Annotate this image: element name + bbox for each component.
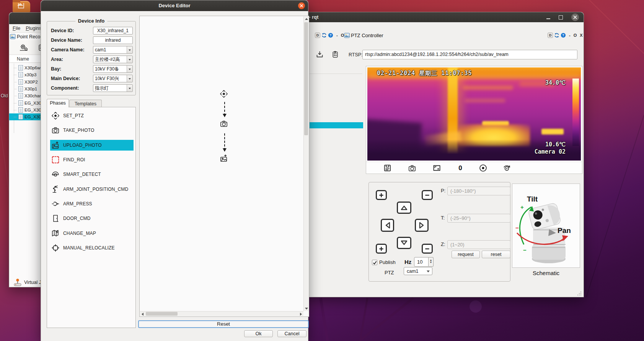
dialog-titlebar[interactable]: Device Editor bbox=[41, 0, 308, 11]
menu-file[interactable]: File bbox=[13, 26, 20, 31]
pan-input[interactable] bbox=[447, 187, 510, 195]
vertical-scroll-thumb[interactable] bbox=[304, 22, 308, 135]
zoom-in-button[interactable] bbox=[376, 190, 387, 200]
scroll-left-icon[interactable] bbox=[140, 311, 145, 316]
list-item[interactable]: X30P2 bbox=[9, 79, 43, 85]
scroll-right-icon[interactable] bbox=[298, 311, 303, 316]
zoom-out-button-2[interactable] bbox=[422, 244, 433, 254]
tab-phases[interactable]: Phases bbox=[47, 99, 69, 107]
hz-spin-arrows[interactable]: ▲▼ bbox=[429, 257, 434, 267]
phase-item-find_roi[interactable]: FIND_ROI bbox=[50, 154, 134, 165]
scroll-down-icon[interactable] bbox=[304, 306, 309, 311]
phase-item-set_ptz[interactable]: SET_PTZ bbox=[50, 110, 134, 121]
field-select[interactable]: cam1 bbox=[93, 46, 133, 54]
horizontal-scroll-thumb[interactable] bbox=[146, 312, 178, 316]
zoom-out-button[interactable] bbox=[422, 190, 433, 200]
phase-item-upload_photo[interactable]: UPLOAD_PHOTO bbox=[50, 140, 134, 151]
scroll-up-icon[interactable] bbox=[304, 16, 309, 21]
phase-item-arm_joint_position_cmd[interactable]: ARM_JOINT_POSITION_CMD bbox=[50, 184, 134, 195]
menu-plugins[interactable]: Plugins bbox=[26, 26, 41, 31]
list-item[interactable]: EG_X30 bbox=[9, 100, 43, 107]
robot-arm-icon bbox=[51, 185, 60, 193]
download-icon[interactable] bbox=[316, 51, 324, 59]
zoom-level-indicator[interactable]: 0 bbox=[455, 163, 465, 173]
request-button[interactable]: request bbox=[452, 251, 480, 258]
tab-templates[interactable]: Templates bbox=[69, 100, 102, 107]
tilt-input[interactable] bbox=[447, 214, 510, 223]
vertical-scrollbar[interactable] bbox=[303, 16, 308, 311]
horizontal-scrollbar[interactable] bbox=[140, 311, 303, 316]
home-folder-icon[interactable] bbox=[13, 1, 30, 12]
close-icon[interactable] bbox=[571, 13, 579, 21]
flow-reset-button[interactable]: Reset bbox=[138, 320, 309, 328]
phase-item-smart_detect[interactable]: SMART_DETECT bbox=[50, 169, 134, 180]
refresh-icon[interactable] bbox=[321, 33, 327, 38]
help-icon[interactable]: ? bbox=[561, 33, 566, 38]
desktop-icon-label[interactable]: Old bbox=[1, 93, 8, 98]
hidden-dock-selected-row[interactable] bbox=[310, 122, 363, 128]
rqt-titlebar[interactable]: - rqt bbox=[293, 12, 584, 22]
save-button[interactable] bbox=[382, 163, 392, 173]
phase-item-door_cmd[interactable]: DOOR_CMD bbox=[50, 213, 134, 224]
field-select[interactable]: 10kV F30备 bbox=[93, 65, 133, 73]
flow-node-upload-photo-icon[interactable] bbox=[220, 154, 230, 165]
gears-icon[interactable] bbox=[19, 44, 28, 51]
pan-right-button[interactable] bbox=[415, 219, 429, 232]
clipboard-icon[interactable] bbox=[331, 51, 339, 58]
flow-node-ptz-icon[interactable] bbox=[220, 90, 230, 100]
item-label: x30p3 bbox=[24, 72, 36, 77]
list-item[interactable]: x30p3 bbox=[9, 71, 43, 78]
refresh-icon[interactable] bbox=[554, 33, 559, 38]
dock-collapse-button[interactable]: - bbox=[336, 33, 338, 38]
flow-node-camera-icon[interactable] bbox=[220, 120, 230, 130]
maximize-button[interactable] bbox=[558, 14, 564, 20]
list-item[interactable]: EG_X30 bbox=[9, 107, 43, 113]
phase-item-arm_press[interactable]: ARM_PRESS bbox=[50, 198, 134, 209]
dock-detach-icon[interactable]: D bbox=[315, 33, 320, 38]
reset-button[interactable]: reset bbox=[482, 251, 510, 258]
left-window-titlebar[interactable] bbox=[9, 13, 43, 24]
resize-grip[interactable] bbox=[577, 291, 582, 296]
record-button[interactable] bbox=[478, 163, 488, 173]
device-info-row: Device Name:infrared bbox=[47, 36, 135, 44]
phase-item-take_photo[interactable]: TAKE_PHOTO bbox=[50, 125, 134, 136]
virtual-joystick-item[interactable]: Virtual Jo bbox=[13, 278, 43, 287]
phase-item-manual_relocalize[interactable]: MANUAL_RELOCALIZE bbox=[50, 243, 134, 253]
document-icon bbox=[18, 65, 23, 70]
tilt-down-button[interactable] bbox=[397, 237, 411, 249]
pan-left-button[interactable] bbox=[381, 219, 394, 232]
publish-checkbox[interactable]: Publish bbox=[372, 259, 396, 265]
phase-item-change_map[interactable]: CHANGE_MAP bbox=[50, 228, 134, 239]
list-item[interactable]: X30char bbox=[9, 92, 43, 99]
field-input[interactable]: infrared bbox=[93, 36, 133, 44]
thermal-video-frame[interactable]: 02-21-2024 星期三 11:07:35 34.0℃ 10.6℃ Came… bbox=[367, 67, 581, 161]
zoom-in-button-2[interactable] bbox=[376, 244, 387, 254]
rtsp-input[interactable]: rtsp://admin:abcd1234@192.168.1.202:554/… bbox=[362, 50, 577, 59]
ok-button[interactable]: Ok bbox=[244, 330, 273, 337]
dock-close-button[interactable]: X bbox=[580, 33, 582, 38]
minimize-button[interactable] bbox=[545, 14, 551, 20]
close-icon[interactable] bbox=[298, 2, 305, 9]
ptz-camera-select[interactable]: cam1 bbox=[404, 267, 432, 275]
list-item[interactable]: X30p1 bbox=[9, 85, 43, 92]
field-select[interactable]: 指示灯 bbox=[93, 84, 133, 92]
flow-canvas[interactable] bbox=[139, 16, 309, 317]
cancel-button[interactable]: Cancel bbox=[277, 330, 307, 337]
ptz-rotate-button[interactable] bbox=[502, 163, 512, 173]
zoom-input[interactable] bbox=[447, 240, 510, 249]
dock-float-button[interactable]: O bbox=[574, 33, 577, 38]
camera-button[interactable] bbox=[407, 163, 417, 173]
field-input[interactable]: X30_infrared_1 bbox=[93, 27, 133, 34]
tree-header[interactable]: Name bbox=[9, 56, 43, 63]
dock-float-button[interactable]: O bbox=[341, 33, 344, 38]
list-item[interactable]: X30p6w bbox=[9, 64, 43, 71]
hz-spinbox[interactable]: 10 bbox=[414, 257, 429, 267]
tilt-up-button[interactable] bbox=[397, 202, 411, 214]
field-select[interactable]: 主控楼-#2高 bbox=[93, 56, 133, 63]
help-icon[interactable]: ? bbox=[328, 33, 333, 38]
field-select[interactable]: 10kV F30兴 bbox=[93, 75, 133, 82]
dock-detach-icon[interactable]: D bbox=[548, 33, 553, 38]
list-item[interactable]: EG_X30 bbox=[9, 113, 43, 120]
dock-collapse-button[interactable]: - bbox=[569, 33, 571, 38]
frame-button[interactable] bbox=[432, 163, 442, 173]
